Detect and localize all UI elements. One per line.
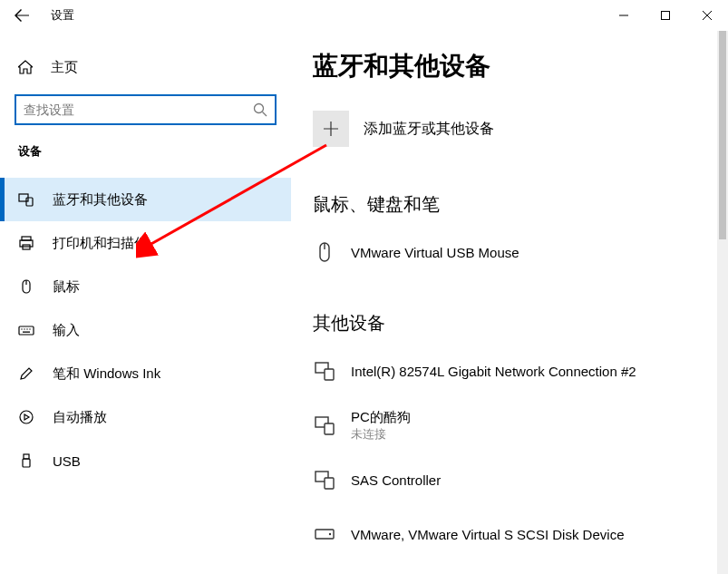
- window-title: 设置: [51, 7, 74, 24]
- add-button[interactable]: [313, 111, 349, 147]
- plus-icon: [323, 121, 339, 137]
- device-name: SAS Controller: [351, 472, 441, 488]
- svg-point-15: [20, 411, 33, 423]
- nav-pen[interactable]: 笔和 Windows Ink: [0, 352, 291, 395]
- category-header: 设备: [0, 143, 291, 160]
- minimize-button[interactable]: [603, 0, 645, 31]
- nav-label: 笔和 Windows Ink: [53, 365, 160, 383]
- home-label: 主页: [51, 59, 78, 76]
- search-input[interactable]: [24, 102, 253, 117]
- maximize-button[interactable]: [645, 0, 686, 31]
- home-nav[interactable]: 主页: [0, 49, 291, 85]
- svg-rect-0: [662, 12, 670, 20]
- pen-icon: [18, 365, 34, 382]
- maximize-icon: [661, 11, 670, 20]
- add-device-row[interactable]: 添加蓝牙或其他设备: [313, 111, 706, 147]
- svg-rect-14: [23, 332, 30, 333]
- nav-autoplay[interactable]: 自动播放: [0, 395, 291, 439]
- nav-bluetooth[interactable]: 蓝牙和其他设备: [0, 178, 291, 221]
- search-box[interactable]: [15, 94, 277, 125]
- svg-rect-23: [325, 423, 334, 434]
- minimize-icon: [619, 11, 628, 20]
- device-item[interactable]: VMware, VMware Virtual S SCSI Disk Devic…: [313, 511, 706, 557]
- close-button[interactable]: [686, 0, 728, 31]
- device-icon: [313, 413, 336, 437]
- device-name: Intel(R) 82574L Gigabit Network Connecti…: [351, 364, 636, 379]
- svg-rect-16: [24, 454, 29, 459]
- device-item[interactable]: PC的酷狗 未连接: [313, 403, 706, 448]
- content-pane: 蓝牙和其他设备 添加蓝牙或其他设备 鼠标、键盘和笔 VMware Virtual…: [291, 31, 728, 574]
- nav-label: 鼠标: [53, 278, 80, 296]
- disk-icon: [313, 522, 336, 546]
- autoplay-icon: [18, 409, 34, 425]
- svg-rect-5: [20, 240, 33, 247]
- home-icon: [18, 60, 33, 74]
- page-title: 蓝牙和其他设备: [313, 49, 706, 83]
- close-icon: [703, 11, 712, 20]
- device-item[interactable]: Intel(R) 82574L Gigabit Network Connecti…: [313, 348, 706, 394]
- svg-point-12: [26, 328, 27, 329]
- nav-printers[interactable]: 打印机和扫描仪: [0, 221, 291, 265]
- keyboard-icon: [18, 322, 34, 338]
- nav-label: 打印机和扫描仪: [53, 235, 148, 252]
- search-icon: [253, 102, 267, 117]
- device-item[interactable]: SAS Controller: [313, 457, 706, 502]
- nav-usb[interactable]: USB: [0, 439, 291, 482]
- scroll-thumb[interactable]: [719, 31, 726, 239]
- device-icon: [313, 359, 336, 383]
- mouse-device-icon: [313, 240, 336, 264]
- back-arrow-icon: [15, 8, 29, 23]
- device-name: PC的酷狗: [351, 409, 411, 426]
- device-name: VMware, VMware Virtual S SCSI Disk Devic…: [351, 527, 624, 542]
- nav-mouse[interactable]: 鼠标: [0, 265, 291, 308]
- section-mouse-title: 鼠标、键盘和笔: [313, 192, 706, 217]
- svg-point-1: [255, 104, 264, 113]
- svg-rect-21: [325, 369, 334, 380]
- nav-typing[interactable]: 输入: [0, 308, 291, 352]
- device-item[interactable]: 通用非即插即用监视器: [313, 566, 706, 574]
- device-item[interactable]: VMware Virtual USB Mouse: [313, 229, 706, 275]
- device-name: VMware Virtual USB Mouse: [351, 245, 519, 260]
- svg-rect-9: [19, 326, 34, 335]
- svg-rect-17: [23, 459, 30, 467]
- devices-icon: [18, 191, 34, 208]
- svg-point-10: [21, 328, 22, 329]
- nav-label: 自动播放: [53, 409, 107, 426]
- svg-rect-25: [325, 478, 334, 489]
- device-status: 未连接: [351, 426, 411, 443]
- sidebar: 主页 设备 蓝牙和其他设备 打印机和扫描仪 鼠标 输入 笔和 Windows: [0, 31, 291, 574]
- svg-point-11: [24, 328, 24, 329]
- nav-label: USB: [53, 453, 81, 469]
- window-controls: [603, 0, 728, 31]
- section-other-title: 其他设备: [313, 311, 706, 336]
- back-button[interactable]: [0, 0, 44, 31]
- scrollbar[interactable]: [717, 31, 728, 574]
- add-label: 添加蓝牙或其他设备: [364, 120, 494, 139]
- usb-icon: [18, 452, 34, 469]
- printer-icon: [18, 235, 34, 251]
- titlebar: 设置: [0, 0, 728, 31]
- svg-point-27: [329, 533, 331, 535]
- nav-label: 蓝牙和其他设备: [53, 191, 148, 209]
- nav-label: 输入: [53, 322, 80, 339]
- mouse-icon: [18, 278, 34, 295]
- svg-rect-4: [22, 237, 31, 240]
- svg-point-13: [29, 328, 30, 329]
- device-icon: [313, 468, 336, 491]
